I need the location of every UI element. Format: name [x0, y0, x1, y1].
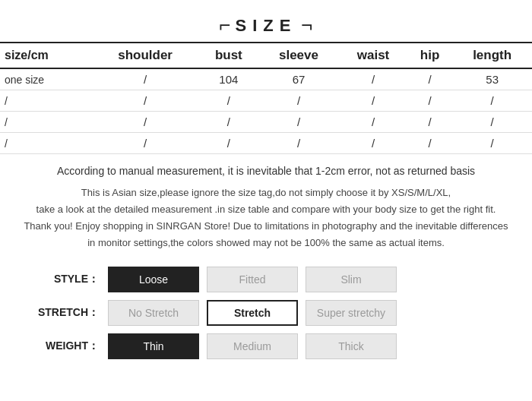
bracket-left-icon: ⌐	[219, 14, 229, 37]
table-row: ///////	[0, 112, 532, 133]
stretch-super-button[interactable]: Super stretchy	[306, 300, 397, 326]
col-header-sleeve: sleeve	[258, 43, 339, 68]
style-loose-button[interactable]: Loose	[108, 267, 199, 292]
size-note-line3: Thank you! Enjoy shopping in SINRGAN Sto…	[8, 218, 524, 235]
style-options: Loose Fitted Slim	[108, 267, 397, 292]
table-cell: /	[452, 90, 532, 112]
table-cell: /	[0, 112, 91, 133]
attributes-section: STYLE： Loose Fitted Slim STRETCH： No Str…	[0, 257, 532, 376]
table-cell: /	[407, 133, 452, 154]
table-cell: /	[407, 68, 452, 90]
weight-label: WEIGHT：	[30, 339, 99, 353]
table-cell: /	[452, 133, 532, 154]
table-cell: /	[91, 68, 199, 90]
table-cell: /	[199, 112, 258, 133]
table-cell: /	[339, 133, 407, 154]
col-header-size: size/cm	[0, 43, 91, 68]
table-body: one size/10467//53/////////////////////	[0, 68, 532, 154]
col-header-bust: bust	[199, 43, 258, 68]
table-cell: /	[339, 112, 407, 133]
weight-medium-button[interactable]: Medium	[207, 333, 298, 359]
weight-thick-button[interactable]: Thick	[306, 333, 397, 359]
style-row: STYLE： Loose Fitted Slim	[30, 267, 502, 292]
table-cell: 104	[199, 68, 258, 90]
stretch-label: STRETCH：	[30, 306, 99, 320]
table-cell: /	[91, 90, 199, 112]
col-header-length: length	[452, 43, 532, 68]
size-note-line4: in monitor settings,the colors showed ma…	[8, 235, 524, 251]
bracket-right-icon: ⌐	[302, 14, 312, 37]
table-cell: /	[199, 133, 258, 154]
size-header: ⌐ SIZE ⌐	[0, 0, 532, 42]
weight-row: WEIGHT： Thin Medium Thick	[30, 333, 502, 359]
table-cell: /	[0, 90, 91, 112]
stretch-row: STRETCH： No Stretch Stretch Super stretc…	[30, 300, 502, 326]
table-cell: /	[91, 112, 199, 133]
table-cell: /	[339, 90, 407, 112]
table-cell: /	[407, 90, 452, 112]
size-note-line1: This is Asian size,please ignore the siz…	[8, 185, 524, 201]
table-cell: /	[91, 133, 199, 154]
size-note: This is Asian size,please ignore the siz…	[8, 185, 524, 251]
table-cell: /	[339, 68, 407, 90]
notes-section: According to manual measurement, it is i…	[0, 154, 532, 257]
stretch-stretch-button[interactable]: Stretch	[207, 300, 298, 326]
table-cell: 67	[258, 68, 339, 90]
size-note-line2: take a look at the detailed measurement …	[8, 201, 524, 218]
table-row: ///////	[0, 90, 532, 112]
style-slim-button[interactable]: Slim	[306, 267, 397, 292]
table-row: one size/10467//53	[0, 68, 532, 90]
col-header-waist: waist	[339, 43, 407, 68]
weight-options: Thin Medium Thick	[108, 333, 397, 359]
size-title: SIZE	[236, 16, 297, 36]
table-cell: /	[452, 112, 532, 133]
table-row: ///////	[0, 133, 532, 154]
stretch-options: No Stretch Stretch Super stretchy	[108, 300, 397, 326]
measurement-note: According to manual measurement, it is i…	[8, 165, 524, 177]
table-cell: /	[199, 90, 258, 112]
table-header: size/cm shoulder bust sleeve waist hip l…	[0, 43, 532, 68]
table-cell: /	[0, 133, 91, 154]
table-cell: /	[258, 90, 339, 112]
table-cell: one size	[0, 68, 91, 90]
table-cell: /	[258, 133, 339, 154]
col-header-hip: hip	[407, 43, 452, 68]
table-cell: /	[407, 112, 452, 133]
weight-thin-button[interactable]: Thin	[108, 333, 199, 359]
style-fitted-button[interactable]: Fitted	[207, 267, 298, 292]
style-label: STYLE：	[30, 273, 99, 286]
table-cell: /	[258, 112, 339, 133]
size-table: size/cm shoulder bust sleeve waist hip l…	[0, 42, 532, 154]
table-cell: 53	[452, 68, 532, 90]
stretch-none-button[interactable]: No Stretch	[108, 300, 199, 326]
col-header-shoulder: shoulder	[91, 43, 199, 68]
